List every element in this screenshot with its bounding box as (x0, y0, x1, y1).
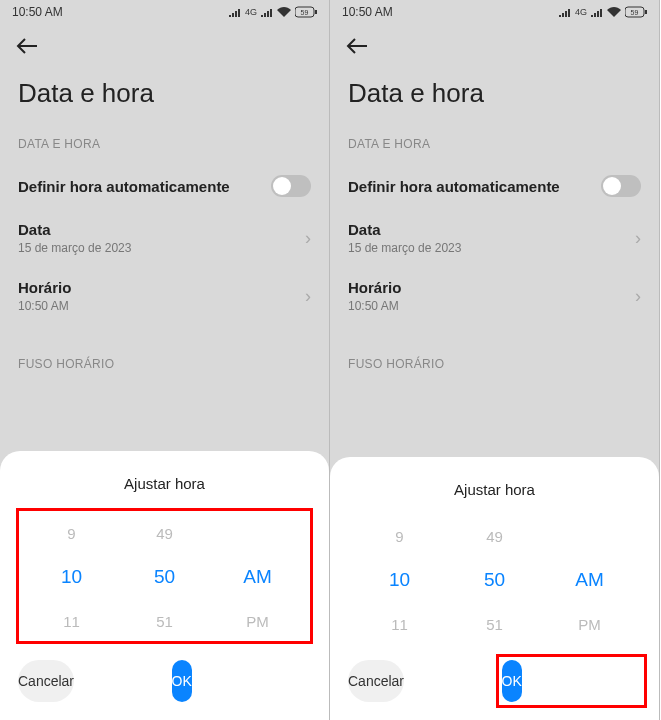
chevron-right-icon: › (305, 228, 311, 249)
battery-icon: 59 (625, 6, 647, 18)
date-row[interactable]: Data 15 de março de 2023 › (0, 209, 329, 267)
back-button[interactable] (0, 24, 329, 72)
signal-icon (229, 7, 241, 17)
minute-column[interactable]: 49 50 51 (447, 524, 541, 636)
sheet-buttons: Cancelar OK (346, 660, 643, 702)
status-bar: 10:50 AM 4G 59 (0, 0, 329, 24)
status-icons: 4G 59 (559, 6, 647, 18)
date-value: 15 de março de 2023 (348, 241, 635, 255)
hour-selected: 10 (61, 565, 82, 589)
hour-prev: 9 (67, 521, 75, 545)
time-value: 10:50 AM (18, 299, 305, 313)
svg-rect-1 (315, 10, 317, 14)
auto-time-label: Definir hora automaticamente (348, 178, 560, 195)
signal-icon-2 (261, 7, 273, 17)
date-label: Data (348, 221, 635, 238)
minute-column[interactable]: 49 50 51 (118, 521, 210, 633)
auto-time-toggle[interactable] (271, 175, 311, 197)
date-value: 15 de março de 2023 (18, 241, 305, 255)
sheet-title: Ajustar hora (346, 481, 643, 498)
page-title: Data e hora (0, 72, 329, 129)
time-value: 10:50 AM (348, 299, 635, 313)
svg-text:59: 59 (631, 9, 639, 16)
auto-time-row[interactable]: Definir hora automaticamente (330, 163, 659, 209)
auto-time-toggle[interactable] (601, 175, 641, 197)
sheet-title: Ajustar hora (16, 475, 313, 492)
sheet-buttons: Cancelar OK (16, 660, 313, 702)
status-time: 10:50 AM (12, 5, 63, 19)
minute-next: 51 (156, 609, 173, 633)
minute-prev: 49 (156, 521, 173, 545)
hour-prev: 9 (395, 524, 403, 548)
auto-time-label: Definir hora automaticamente (18, 178, 230, 195)
status-time: 10:50 AM (342, 5, 393, 19)
signal-icon (559, 7, 571, 17)
hour-column[interactable]: 9 10 11 (352, 524, 446, 636)
section-header-datetime: DATA E HORA (0, 129, 329, 163)
ampm-next: PM (578, 612, 601, 636)
hour-next: 11 (391, 612, 408, 636)
ok-button[interactable]: OK (172, 660, 192, 702)
minute-selected: 50 (484, 568, 505, 592)
section-header-datetime: DATA E HORA (330, 129, 659, 163)
ampm-column[interactable]: AM PM (211, 521, 303, 633)
chevron-right-icon: › (635, 286, 641, 307)
time-label: Horário (18, 279, 305, 296)
signal-icon-2 (591, 7, 603, 17)
minute-next: 51 (486, 612, 503, 636)
time-label: Horário (348, 279, 635, 296)
svg-text:59: 59 (301, 9, 309, 16)
chevron-right-icon: › (305, 286, 311, 307)
network-label: 4G (245, 7, 257, 17)
phone-screen-right: 10:50 AM 4G 59 Data e hora DATA E (330, 0, 660, 720)
time-picker-sheet: Ajustar hora 9 10 11 49 50 51 AM PM Canc… (330, 457, 659, 720)
time-picker-sheet: Ajustar hora 9 10 11 49 50 51 AM PM Canc… (0, 451, 329, 720)
status-bar: 10:50 AM 4G 59 (330, 0, 659, 24)
ampm-selected: AM (575, 568, 604, 592)
back-button[interactable] (330, 24, 659, 72)
section-header-timezone: FUSO HORÁRIO (330, 349, 659, 383)
phone-screen-left: 10:50 AM 4G 59 Data e hora DATA E (0, 0, 330, 720)
section-header-timezone: FUSO HORÁRIO (0, 349, 329, 383)
battery-icon: 59 (295, 6, 317, 18)
time-picker[interactable]: 9 10 11 49 50 51 AM PM (346, 514, 643, 644)
ampm-next: PM (246, 609, 269, 633)
auto-time-row[interactable]: Definir hora automaticamente (0, 163, 329, 209)
time-row[interactable]: Horário 10:50 AM › (0, 267, 329, 325)
wifi-icon (277, 7, 291, 17)
date-row[interactable]: Data 15 de março de 2023 › (330, 209, 659, 267)
time-row[interactable]: Horário 10:50 AM › (330, 267, 659, 325)
wifi-icon (607, 7, 621, 17)
minute-selected: 50 (154, 565, 175, 589)
ampm-selected: AM (243, 565, 272, 589)
cancel-button[interactable]: Cancelar (348, 660, 404, 702)
network-label: 4G (575, 7, 587, 17)
hour-column[interactable]: 9 10 11 (25, 521, 117, 633)
ampm-column[interactable]: AM PM (542, 524, 636, 636)
status-icons: 4G 59 (229, 6, 317, 18)
hour-selected: 10 (389, 568, 410, 592)
cancel-button[interactable]: Cancelar (18, 660, 74, 702)
date-label: Data (18, 221, 305, 238)
minute-prev: 49 (486, 524, 503, 548)
ok-button[interactable]: OK (502, 660, 522, 702)
svg-rect-4 (645, 10, 647, 14)
chevron-right-icon: › (635, 228, 641, 249)
page-title: Data e hora (330, 72, 659, 129)
time-picker[interactable]: 9 10 11 49 50 51 AM PM (16, 508, 313, 644)
hour-next: 11 (63, 609, 80, 633)
